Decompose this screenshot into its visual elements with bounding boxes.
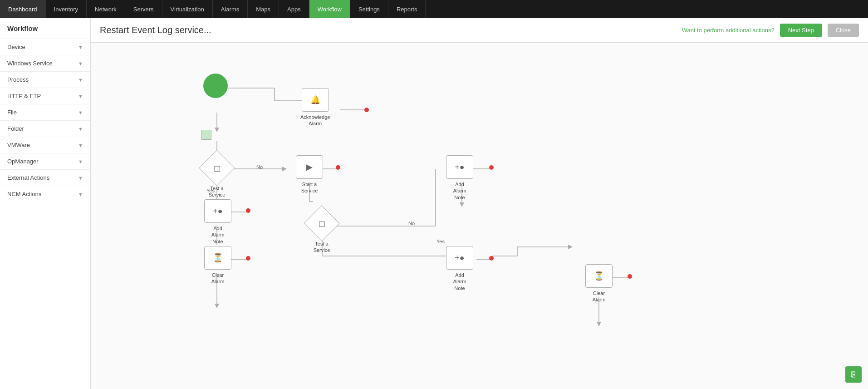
yes-label-1: Yes bbox=[206, 188, 215, 193]
sidebar-item-ncm-actions[interactable]: NCM Actions ▼ bbox=[0, 186, 90, 202]
top-nav: Dashboard Inventory Network Servers Virt… bbox=[0, 0, 868, 18]
add-alarm-note-2-icon: +● bbox=[455, 162, 464, 172]
add-alarm-note-1-icon: +● bbox=[213, 207, 222, 216]
chevron-icon: ▼ bbox=[78, 143, 83, 148]
light-green-square bbox=[201, 130, 211, 140]
add-alarm-note-3-label: AddAlarmNote bbox=[453, 272, 466, 291]
svg-marker-30 bbox=[215, 128, 219, 132]
workflow-tool-icon[interactable]: ⎘ bbox=[845, 366, 862, 383]
red-dot-acknowledge bbox=[364, 108, 369, 112]
red-dot-add-note-2 bbox=[489, 165, 494, 170]
red-dot-start-service bbox=[336, 165, 340, 170]
acknowledge-alarm-icon: 🔔 bbox=[310, 95, 320, 105]
sidebar-item-folder[interactable]: Folder ▼ bbox=[0, 120, 90, 137]
add-alarm-note-3-box: +● bbox=[446, 246, 473, 270]
chevron-icon: ▼ bbox=[78, 61, 83, 66]
start-service-label: Start aService bbox=[301, 181, 318, 194]
sidebar-item-vmware[interactable]: VMWare ▼ bbox=[0, 137, 90, 153]
nav-dashboard[interactable]: Dashboard bbox=[0, 0, 46, 18]
acknowledge-alarm-box: 🔔 bbox=[302, 88, 329, 112]
add-alarm-note-1-box: +● bbox=[204, 199, 231, 223]
start-service-node[interactable]: ▶ Start aService bbox=[296, 155, 323, 194]
close-button[interactable]: Close bbox=[828, 24, 859, 37]
add-alarm-note-3-node[interactable]: +● AddAlarmNote bbox=[446, 246, 473, 291]
nav-inventory[interactable]: Inventory bbox=[46, 0, 87, 18]
svg-marker-22 bbox=[597, 322, 601, 326]
svg-marker-32 bbox=[282, 167, 287, 171]
acknowledge-alarm-node[interactable]: 🔔 AcknowledgeAlarm bbox=[300, 88, 330, 127]
svg-marker-29 bbox=[215, 304, 219, 308]
clear-alarm-2-node[interactable]: ⏳ ClearAlarm bbox=[585, 264, 613, 303]
chevron-icon: ▼ bbox=[78, 44, 83, 50]
sidebar-item-opmanager[interactable]: OpManager ▼ bbox=[0, 153, 90, 169]
tool-icon: ⎘ bbox=[851, 370, 856, 379]
clear-alarm-1-icon: ⏳ bbox=[213, 253, 223, 263]
start-node bbox=[203, 74, 228, 98]
nav-servers[interactable]: Servers bbox=[125, 0, 162, 18]
clear-alarm-1-node[interactable]: ⏳ ClearAlarm bbox=[204, 246, 231, 285]
nav-workflow[interactable]: Workflow bbox=[309, 0, 350, 18]
no-label-2: No bbox=[408, 221, 415, 226]
start-service-box: ▶ bbox=[296, 155, 323, 179]
sidebar: Workflow Device ▼ Windows Service ▼ Proc… bbox=[0, 18, 91, 389]
start-service-icon: ▶ bbox=[306, 162, 313, 172]
red-dot-add-note-1 bbox=[246, 208, 250, 213]
test-service-1-diamond: ◫ bbox=[199, 150, 235, 186]
next-step-button[interactable]: Next Step bbox=[780, 24, 822, 37]
nav-maps[interactable]: Maps bbox=[248, 0, 279, 18]
page-title: Restart Event Log service... bbox=[100, 25, 211, 35]
start-circle bbox=[203, 74, 228, 98]
no-label-1: No bbox=[256, 164, 263, 170]
chevron-icon: ▼ bbox=[78, 77, 83, 83]
acknowledge-alarm-label: AcknowledgeAlarm bbox=[300, 114, 330, 127]
header-hint: Want to perform additional actions? bbox=[682, 27, 775, 34]
nav-alarms[interactable]: Alarms bbox=[213, 0, 248, 18]
main-header: Restart Event Log service... Want to per… bbox=[91, 18, 868, 43]
test-service-2-diamond: ◫ bbox=[304, 205, 339, 241]
clear-alarm-2-icon: ⏳ bbox=[594, 271, 604, 281]
test-service-1-icon: ◫ bbox=[214, 164, 221, 172]
test-service-2-icon: ◫ bbox=[319, 219, 325, 228]
nav-reports[interactable]: Reports bbox=[388, 0, 426, 18]
sidebar-item-external-actions[interactable]: External Actions ▼ bbox=[0, 169, 90, 186]
workflow-canvas[interactable]: 🔔 AcknowledgeAlarm ◫ Test aService No Ye… bbox=[91, 43, 868, 389]
sidebar-item-windows-service[interactable]: Windows Service ▼ bbox=[0, 55, 90, 71]
chevron-icon: ▼ bbox=[78, 192, 83, 197]
sidebar-title: Workflow bbox=[0, 18, 90, 39]
red-dot-add-note-3 bbox=[489, 256, 494, 261]
add-alarm-note-3-icon: +● bbox=[455, 253, 464, 263]
nav-network[interactable]: Network bbox=[87, 0, 125, 18]
clear-alarm-2-box: ⏳ bbox=[585, 264, 613, 288]
test-service-2-node[interactable]: ◫ Test aService bbox=[309, 211, 334, 254]
clear-alarm-1-box: ⏳ bbox=[204, 246, 231, 270]
nav-apps[interactable]: Apps bbox=[279, 0, 309, 18]
red-dot-clear-alarm-2 bbox=[628, 274, 632, 279]
red-dot-clear-alarm-1 bbox=[246, 256, 250, 261]
header-actions: Want to perform additional actions? Next… bbox=[682, 24, 859, 37]
clear-alarm-1-label: ClearAlarm bbox=[211, 272, 225, 285]
sidebar-item-process[interactable]: Process ▼ bbox=[0, 71, 90, 88]
add-alarm-note-2-label: AddAlarmNote bbox=[453, 181, 466, 201]
test-service-2-label: Test aService bbox=[314, 241, 330, 254]
chevron-icon: ▼ bbox=[78, 94, 83, 99]
chevron-icon: ▼ bbox=[78, 159, 83, 164]
chevron-icon: ▼ bbox=[78, 126, 83, 132]
sidebar-item-file[interactable]: File ▼ bbox=[0, 104, 90, 120]
workflow-lines bbox=[91, 43, 681, 383]
add-alarm-note-1-label: AddAlarmNote bbox=[211, 225, 225, 245]
svg-marker-35 bbox=[568, 245, 573, 249]
sidebar-item-http-ftp[interactable]: HTTP & FTP ▼ bbox=[0, 88, 90, 104]
chevron-icon: ▼ bbox=[78, 175, 83, 181]
svg-marker-34 bbox=[460, 202, 464, 207]
nav-settings[interactable]: Settings bbox=[350, 0, 388, 18]
add-alarm-note-2-box: +● bbox=[446, 155, 473, 179]
clear-alarm-2-label: ClearAlarm bbox=[593, 290, 606, 303]
chevron-icon: ▼ bbox=[78, 110, 83, 115]
condition-indicator bbox=[201, 130, 211, 140]
nav-virtualization[interactable]: Virtualization bbox=[162, 0, 213, 18]
sidebar-item-device[interactable]: Device ▼ bbox=[0, 39, 90, 55]
yes-label-2: Yes bbox=[436, 239, 445, 244]
add-alarm-note-1-node[interactable]: +● AddAlarmNote bbox=[204, 199, 231, 245]
add-alarm-note-2-node[interactable]: +● AddAlarmNote bbox=[446, 155, 473, 201]
